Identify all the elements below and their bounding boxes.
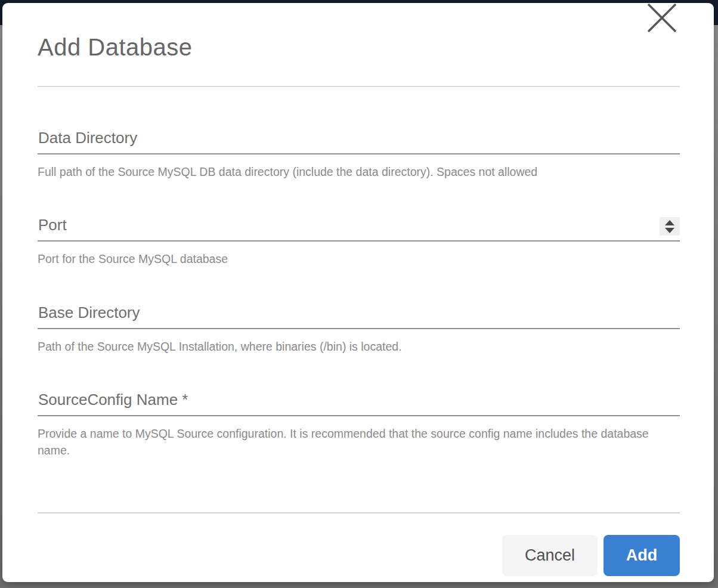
sourceconfig-name-helper: Provide a name to MySQL Source configura… xyxy=(38,425,652,459)
add-button[interactable]: Add xyxy=(604,535,680,576)
close-icon xyxy=(645,3,678,35)
base-directory-input[interactable] xyxy=(38,301,680,329)
stepper-up-icon[interactable] xyxy=(665,220,674,225)
port-stepper[interactable] xyxy=(660,217,680,236)
base-directory-helper: Path of the Source MySQL Installation, w… xyxy=(38,338,652,355)
dialog-title: Add Database xyxy=(38,33,680,61)
footer-divider xyxy=(38,512,680,513)
port-helper: Port for the Source MySQL database xyxy=(38,250,652,267)
field-port: Port for the Source MySQL database xyxy=(38,213,680,267)
dialog-header: Add Database xyxy=(38,3,680,61)
sourceconfig-name-input[interactable] xyxy=(38,388,680,416)
add-database-dialog: Add Database Full path of the Source MyS… xyxy=(2,3,714,582)
port-input[interactable] xyxy=(38,213,680,242)
field-sourceconfig-name: Provide a name to MySQL Source configura… xyxy=(38,388,680,459)
field-data-directory: Full path of the Source MySQL DB data di… xyxy=(38,126,680,180)
data-directory-helper: Full path of the Source MySQL DB data di… xyxy=(38,163,652,180)
cancel-button[interactable]: Cancel xyxy=(502,535,598,576)
data-directory-input[interactable] xyxy=(38,126,680,154)
header-divider xyxy=(38,86,680,87)
stepper-down-icon[interactable] xyxy=(665,228,674,233)
field-base-directory: Path of the Source MySQL Installation, w… xyxy=(38,301,680,355)
close-button[interactable] xyxy=(645,3,678,35)
dialog-footer: Cancel Add xyxy=(38,535,680,576)
